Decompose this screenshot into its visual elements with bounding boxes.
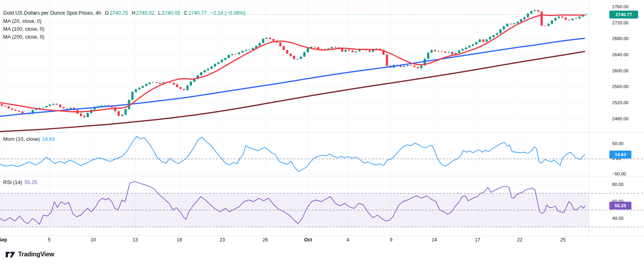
time-axis-tick-label: 17	[469, 237, 486, 243]
ma100-legend-row[interactable]: MA (100, close, 0)	[3, 26, 44, 33]
rsi-value-badge: 55.25	[609, 202, 631, 210]
tradingview-logo-text: TradingView	[18, 251, 54, 258]
time-axis-tick-label: 23	[214, 237, 231, 243]
y-axis-tick-label: 2560.00	[612, 84, 641, 89]
symbol-title: Gold US Dollars per Ounce Spot Prices, 4…	[3, 10, 101, 16]
rsi-legend-row[interactable]: RSI (14) 55.25	[3, 179, 37, 186]
time-axis-tick-label: 26	[256, 237, 274, 243]
ohlc-high-label: H	[131, 10, 135, 16]
tradingview-chart-window: Gold US Dollars per Ounce Spot Prices, 4…	[0, 0, 644, 265]
last-price-badge: 2740.77	[609, 11, 638, 18]
tradingview-logo-icon	[6, 251, 15, 258]
momentum-label: Mom (10, close)	[3, 136, 40, 142]
symbol-legend-row[interactable]: Gold US Dollars per Ounce Spot Prices, 4…	[3, 9, 245, 17]
time-axis-tick-label: 18	[171, 237, 188, 243]
y-axis-tick-label: 80.00	[612, 182, 641, 187]
ma100-line[interactable]	[0, 38, 585, 116]
time-axis-tick-label: Sep	[0, 237, 11, 243]
y-axis-tick-label: 2600.00	[612, 68, 641, 73]
y-axis-tick-label: 50.00	[612, 141, 641, 146]
ma200-line[interactable]	[0, 52, 585, 132]
y-axis-tick-label: 40.00	[612, 216, 641, 221]
tradingview-logo[interactable]: TradingView	[6, 251, 54, 258]
y-axis-tick-label: −50.00	[612, 171, 641, 176]
time-axis-tick-label: 14	[426, 237, 443, 243]
y-axis-tick-label: 2720.00	[612, 20, 641, 25]
price-change: −2.14 (−0.08%)	[210, 10, 245, 16]
rsi-value: 55.25	[24, 179, 37, 185]
candlestick-series	[1, 9, 587, 118]
y-axis-tick-label: 2480.00	[612, 116, 641, 121]
ma100-label: MA (100, close, 0)	[3, 26, 44, 32]
time-axis-tick-label: 4	[339, 237, 356, 243]
momentum-value-badge: 14.63	[609, 151, 631, 158]
time-axis-tick-label: 5	[41, 237, 58, 243]
ohlc-low-label: L	[158, 10, 161, 16]
y-axis-tick-label: 2680.00	[612, 36, 641, 41]
ohlc-high-value: 2745.02	[136, 10, 155, 16]
ohlc-open-value: 2740.75	[109, 10, 128, 16]
ohlc-low-value: 2740.05	[162, 10, 180, 16]
time-axis-tick-label: Oct	[299, 237, 317, 243]
ma200-label: MA (200, close, 0)	[3, 34, 44, 40]
ma20-legend-row[interactable]: MA (20, close, 0)	[3, 18, 42, 25]
momentum-value: 14.63	[42, 136, 55, 142]
momentum-legend-row[interactable]: Mom (10, close) 14.63	[3, 136, 55, 143]
time-axis-tick-label: 22	[511, 237, 528, 243]
rsi-label: RSI (14)	[3, 179, 22, 185]
time-axis-tick-label: 13	[127, 237, 144, 243]
ma200-legend-row[interactable]: MA (200, close, 0)	[3, 33, 44, 40]
time-axis-tick-label: 25	[554, 237, 572, 243]
momentum-line[interactable]	[0, 136, 585, 171]
ohlc-close-value: 2740.77	[188, 10, 207, 16]
ohlc-close-label: C	[184, 10, 187, 16]
chart-canvas[interactable]	[0, 0, 644, 265]
time-axis-tick-label: 10	[85, 237, 102, 243]
y-axis-tick-label: 2640.00	[612, 52, 641, 57]
y-axis-tick-label: 2520.00	[612, 100, 641, 105]
time-axis-tick-label: 9	[382, 237, 400, 243]
ma20-line[interactable]	[0, 15, 585, 112]
ohlc-open-label: O	[105, 10, 109, 16]
y-axis-tick-label: 2760.00	[612, 4, 641, 9]
ma20-label: MA (20, close, 0)	[3, 18, 42, 24]
